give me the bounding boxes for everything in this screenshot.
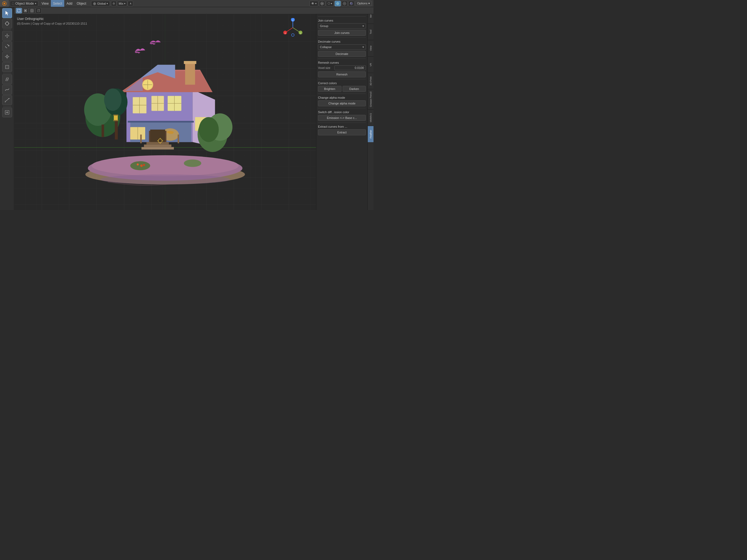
btn-remesh[interactable]: Remesh [318,71,366,77]
mode-selector[interactable]: ⬚ Object Mode ▾ [10,1,38,6]
svg-rect-18 [6,56,8,57]
tab-3dprint[interactable]: 3D-Print [368,73,374,89]
viewport-mode-material[interactable] [341,1,347,6]
svg-point-103 [184,159,201,167]
tool-move[interactable] [2,31,12,41]
svg-rect-61 [184,61,196,64]
transform-selector[interactable]: ⊕ Global ▾ [91,1,110,6]
tool-annotate[interactable] [2,74,12,84]
correct-colors-row: Brighten Darken [318,86,366,92]
divider-5 [318,94,366,94]
divider-2 [318,37,366,38]
tool-cursor[interactable] [2,19,12,28]
btn-brighten[interactable]: Brighten [318,86,341,92]
left-toolbar [0,7,14,210]
viewport[interactable]: User Orthographic (0) Envirn | Copy of C… [14,14,316,210]
svg-rect-86 [140,134,141,143]
right-panel: Item Tool View VR 3D-Print Grease Pencil… [316,7,374,210]
proportional-toggle[interactable]: ⊙ [111,1,117,6]
btn-darken[interactable]: Darken [343,86,366,92]
tool-curve[interactable] [2,85,12,95]
proportional-group: ⊙ Mix ▾ ∧ [111,1,133,6]
dropdown-join-curves[interactable]: Group ▾ [318,23,366,29]
svg-point-7 [351,2,351,3]
svg-point-106 [143,164,145,166]
tool-measure[interactable] [2,95,12,105]
divider-4 [318,79,366,79]
svg-rect-85 [141,147,174,150]
btn-decimate[interactable]: Decimate [318,51,366,57]
svg-point-95 [199,117,219,142]
svg-point-6 [350,2,353,5]
section-extract-label: Extract curves from ... [318,125,366,128]
svg-rect-52 [102,125,104,137]
options-btn[interactable]: Options ▾ [355,1,372,6]
tool-transform[interactable] [2,62,12,72]
svg-rect-8 [18,9,20,12]
viewport-mode-solid[interactable] [335,1,341,6]
svg-point-4 [336,2,339,5]
tab-tool[interactable]: Tool [368,24,374,40]
svg-rect-11 [30,9,34,12]
svg-point-105 [137,163,138,166]
svg-rect-82 [150,130,165,143]
svg-point-104 [140,164,143,167]
svg-line-26 [5,98,9,102]
menu-add[interactable]: Add [64,0,74,7]
proportional-mode[interactable]: Mix ▾ [117,1,127,6]
menu-view[interactable]: View [40,0,51,7]
select-lasso-icon[interactable] [29,8,35,14]
select-box-icon[interactable] [16,8,22,14]
menu-object[interactable]: Object [75,0,88,7]
svg-point-98 [104,88,122,111]
tool-scale[interactable] [2,52,12,61]
top-right-icons: 👁 ▾ ⬡ ▾ Options ▾ [310,1,374,6]
btn-emission-base[interactable]: Emission <-> Base c... [318,115,366,121]
viewport-mode-rendered[interactable] [349,1,354,6]
voxel-row: Voxel size 0.0100 [318,65,366,70]
blender-logo[interactable] [0,0,9,7]
btn-change-alpha[interactable]: Change alpha mode [318,100,366,106]
svg-point-3 [321,3,323,4]
header-icons-row [14,7,374,14]
section-correct-colors-label: Correct colors [318,81,366,85]
svg-point-107 [100,175,230,184]
top-menubar: ⬚ Object Mode ▾ View Select Add Object ⊕… [0,0,374,7]
svg-rect-84 [144,145,172,147]
divider-3 [318,58,366,59]
dropdown-join-curves-chevron: ▾ [363,25,364,27]
svg-point-49 [92,155,239,176]
proportional-falloff[interactable]: ∧ [128,1,133,6]
transform-label: Global [97,2,106,5]
select-mode-icon[interactable] [35,8,42,14]
mode-label: Object Mode [15,2,34,5]
section-join-curves-label: Join curves [318,19,366,22]
scene-image [14,14,316,210]
tab-vr[interactable]: VR [368,56,374,73]
menu-select[interactable]: Select [51,0,64,7]
section-remesh-label: Remesh curves [318,61,366,64]
right-tabs: Item Tool View VR 3D-Print Grease Pencil… [367,7,374,210]
shading-mode[interactable]: ⬡ ▾ [326,1,334,6]
select-circle-icon[interactable] [22,8,28,14]
right-panel-content: ▼ Blender for Feather ⠿ Join curves Grou… [316,7,367,210]
tab-mmmv2[interactable]: MMMV2 [368,109,374,126]
svg-rect-60 [185,62,195,85]
svg-rect-101 [113,120,118,121]
tab-grease-pencil[interactable]: Grease Pencil [368,89,374,109]
divider-6 [318,108,366,108]
tool-select[interactable] [2,8,12,18]
overlay-btn[interactable] [319,1,325,6]
tab-view[interactable]: View [368,40,374,56]
voxel-value[interactable]: 0.0100 [334,65,366,70]
dropdown-decimate[interactable]: Collapse ▾ [318,44,366,50]
btn-join-curves[interactable]: Join curves [318,30,366,36]
svg-rect-10 [25,10,26,11]
tool-add-object[interactable] [2,107,12,117]
btn-extract[interactable]: Extract [318,129,366,135]
viewport-shading[interactable]: 👁 ▾ [310,1,318,6]
section-switch-diff-label: Switch diff...ission color [318,110,366,114]
tool-rotate[interactable] [2,41,12,51]
tab-feather[interactable]: Feather [368,126,374,142]
svg-point-1 [4,3,5,4]
